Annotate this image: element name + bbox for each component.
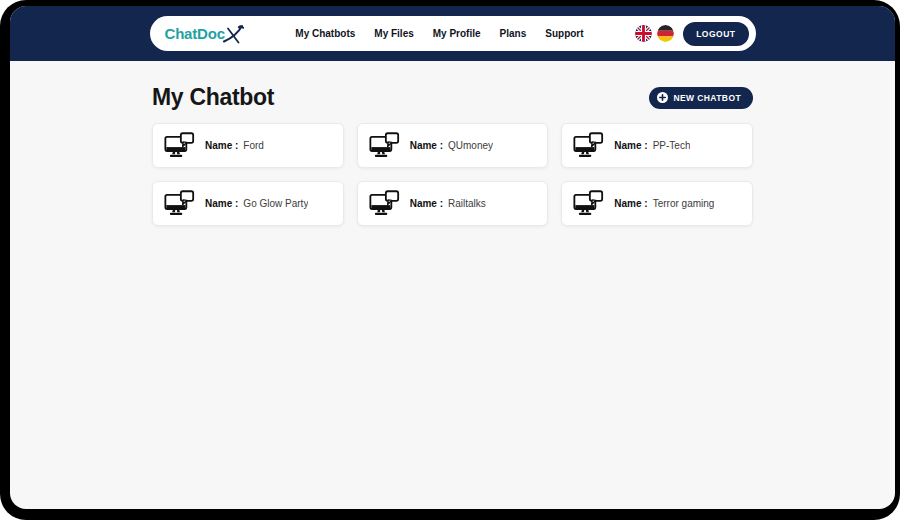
chatbot-card[interactable]: Name : Go Glow Party bbox=[152, 181, 344, 226]
name-label: Name : bbox=[614, 198, 647, 209]
nav-item[interactable]: My Profile bbox=[433, 28, 481, 39]
uk-flag-icon bbox=[635, 25, 652, 42]
monitor-chat-icon bbox=[369, 132, 400, 160]
page-title: My Chatbot bbox=[152, 84, 274, 111]
nav-links: My ChatbotsMy FilesMy ProfilePlansSuppor… bbox=[244, 28, 635, 39]
monitor-chat-icon bbox=[164, 132, 195, 160]
card-text: Name : Ford bbox=[205, 140, 264, 151]
chatbot-card[interactable]: Name : Terror gaming bbox=[561, 181, 753, 226]
new-chatbot-label: NEW CHATBOT bbox=[673, 93, 741, 103]
main-content: My Chatbot NEW CHATBOT bbox=[10, 61, 895, 509]
device-frame: ChatDoc My ChatbotsMy FilesMy ProfilePla… bbox=[0, 0, 900, 520]
name-value: QUmoney bbox=[448, 140, 493, 151]
monitor-chat-icon bbox=[573, 132, 604, 160]
logo[interactable]: ChatDoc bbox=[165, 23, 244, 44]
name-value: PP-Tech bbox=[653, 140, 691, 151]
uk-flag-button[interactable] bbox=[635, 25, 652, 42]
nav-item[interactable]: My Files bbox=[374, 28, 413, 39]
card-text: Name : Railtalks bbox=[410, 198, 486, 209]
page-head: My Chatbot NEW CHATBOT bbox=[152, 84, 753, 111]
nav-item[interactable]: Plans bbox=[500, 28, 527, 39]
chatbot-card[interactable]: Name : QUmoney bbox=[357, 123, 549, 168]
name-label: Name : bbox=[205, 198, 238, 209]
chatbot-card[interactable]: Name : Railtalks bbox=[357, 181, 549, 226]
nav-pill: ChatDoc My ChatbotsMy FilesMy ProfilePla… bbox=[150, 16, 756, 51]
german-flag-icon bbox=[657, 25, 674, 42]
name-value: Terror gaming bbox=[653, 198, 715, 209]
monitor-chat-icon bbox=[369, 190, 400, 218]
name-value: Railtalks bbox=[448, 198, 486, 209]
name-label: Name : bbox=[410, 140, 443, 151]
monitor-chat-icon bbox=[164, 190, 195, 218]
logout-button[interactable]: LOGOUT bbox=[683, 22, 748, 46]
chatbot-grid: Name : Ford bbox=[152, 123, 753, 226]
name-label: Name : bbox=[410, 198, 443, 209]
nav-item[interactable]: My Chatbots bbox=[295, 28, 355, 39]
nav-item[interactable]: Support bbox=[545, 28, 583, 39]
card-text: Name : Go Glow Party bbox=[205, 198, 308, 209]
chatbot-card[interactable]: Name : Ford bbox=[152, 123, 344, 168]
top-navbar: ChatDoc My ChatbotsMy FilesMy ProfilePla… bbox=[10, 6, 895, 61]
card-text: Name : Terror gaming bbox=[614, 198, 714, 209]
app-screen: ChatDoc My ChatbotsMy FilesMy ProfilePla… bbox=[10, 6, 895, 509]
card-text: Name : PP-Tech bbox=[614, 140, 690, 151]
name-label: Name : bbox=[205, 140, 238, 151]
name-value: Go Glow Party bbox=[243, 198, 308, 209]
logo-swoosh-icon bbox=[222, 25, 244, 44]
nav-right-group: LOGOUT bbox=[635, 22, 748, 46]
logo-text: ChatDoc bbox=[165, 25, 225, 42]
german-flag-button[interactable] bbox=[657, 25, 674, 42]
name-value: Ford bbox=[243, 140, 264, 151]
plus-circle-icon bbox=[657, 92, 668, 103]
new-chatbot-button[interactable]: NEW CHATBOT bbox=[649, 87, 753, 109]
monitor-chat-icon bbox=[573, 190, 604, 218]
card-text: Name : QUmoney bbox=[410, 140, 493, 151]
chatbot-card[interactable]: Name : PP-Tech bbox=[561, 123, 753, 168]
name-label: Name : bbox=[614, 140, 647, 151]
